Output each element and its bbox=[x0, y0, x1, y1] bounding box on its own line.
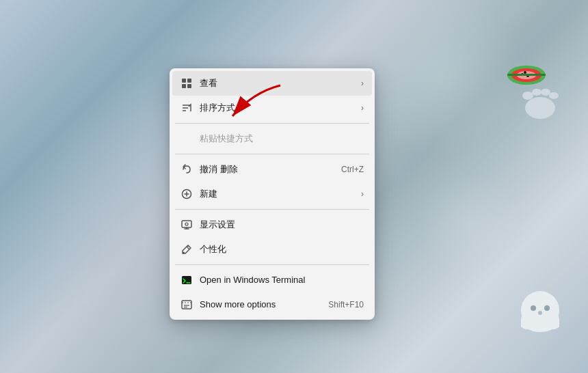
brush-icon bbox=[181, 243, 193, 255]
menu-more-options-label: Show more options bbox=[200, 299, 321, 311]
menu-sort-label: 排序方式 bbox=[200, 102, 354, 114]
terminal-icon bbox=[181, 274, 193, 286]
svg-point-13 bbox=[522, 92, 533, 100]
undo-shortcut: Ctrl+Z bbox=[341, 165, 364, 174]
paw-decoration bbox=[520, 82, 561, 120]
sort-arrow-icon: › bbox=[361, 103, 364, 113]
separator-3 bbox=[175, 209, 369, 210]
separator-1 bbox=[175, 123, 369, 124]
svg-point-11 bbox=[538, 311, 542, 315]
menu-item-terminal[interactable]: Open in Windows Terminal bbox=[170, 268, 375, 292]
grid-icon bbox=[181, 77, 193, 89]
menu-new-label: 新建 bbox=[200, 188, 354, 200]
menu-item-sort[interactable]: 排序方式 › bbox=[170, 96, 375, 120]
undo-icon bbox=[181, 163, 193, 176]
more-options-shortcut: Shift+F10 bbox=[328, 300, 364, 309]
sort-icon bbox=[181, 102, 193, 114]
svg-rect-31 bbox=[182, 301, 191, 309]
plus-circle-icon bbox=[181, 188, 193, 200]
separator-2 bbox=[175, 154, 369, 154]
menu-item-more-options[interactable]: Show more options Shift+F10 bbox=[170, 292, 375, 317]
svg-point-5 bbox=[524, 71, 526, 74]
svg-point-12 bbox=[525, 97, 555, 119]
menu-item-paste-shortcut: 粘贴快捷方式 bbox=[170, 126, 375, 151]
watermelon-decoration bbox=[506, 55, 547, 85]
menu-terminal-label: Open in Windows Terminal bbox=[200, 274, 364, 286]
separator-4 bbox=[175, 264, 369, 265]
menu-undo-label: 撤消 删除 bbox=[200, 163, 334, 176]
svg-point-16 bbox=[549, 92, 559, 99]
menu-item-new[interactable]: 新建 › bbox=[170, 182, 375, 206]
svg-rect-6 bbox=[507, 74, 546, 76]
svg-rect-23 bbox=[182, 221, 191, 227]
svg-point-15 bbox=[541, 89, 550, 96]
menu-paste-shortcut-label: 粘贴快捷方式 bbox=[200, 133, 364, 145]
menu-item-personalize[interactable]: 个性化 bbox=[170, 237, 375, 262]
svg-point-14 bbox=[532, 89, 542, 96]
svg-line-27 bbox=[187, 247, 189, 249]
svg-point-9 bbox=[531, 305, 536, 311]
display-icon bbox=[181, 219, 193, 231]
svg-point-10 bbox=[544, 305, 550, 311]
menu-item-view[interactable]: 查看 › bbox=[172, 71, 372, 96]
menu-view-label: 查看 bbox=[200, 77, 354, 89]
svg-point-26 bbox=[185, 223, 188, 225]
ghost-cat-decoration bbox=[513, 284, 567, 332]
menu-item-undo[interactable]: 撤消 删除 Ctrl+Z bbox=[170, 157, 375, 182]
paste-shortcut-icon bbox=[181, 133, 193, 145]
context-menu: 查看 › 排序方式 › 粘贴快捷方式 撤消 删除 Ctrl+Z bbox=[170, 68, 375, 320]
new-arrow-icon: › bbox=[361, 189, 364, 199]
menu-personalize-label: 个性化 bbox=[200, 243, 364, 255]
menu-item-display[interactable]: 显示设置 bbox=[170, 212, 375, 237]
menu-display-label: 显示设置 bbox=[200, 219, 364, 231]
svg-point-28 bbox=[183, 252, 185, 254]
options-icon bbox=[181, 299, 193, 311]
view-arrow-icon: › bbox=[361, 79, 364, 88]
